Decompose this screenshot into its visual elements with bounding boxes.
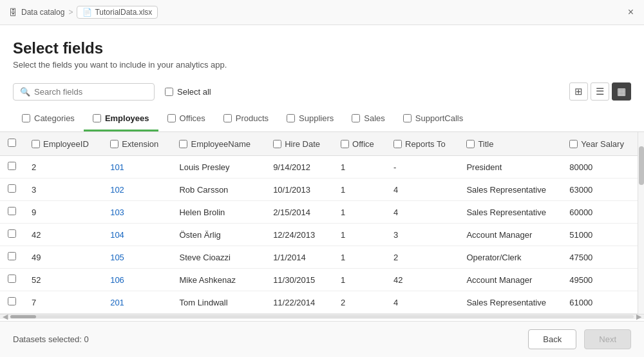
cell-office: 1 [333, 246, 386, 269]
tab-supportcalls[interactable]: SupportCalls [394, 107, 472, 131]
cell-hiredate: 9/14/2012 [265, 156, 333, 179]
tab-sales-label: Sales [364, 113, 385, 123]
horizontal-scrollbar[interactable]: ◀ ▶ [0, 314, 644, 319]
tabs: Categories Employees Offices Products Su… [0, 107, 644, 132]
row-checkbox[interactable] [8, 252, 16, 260]
datasets-selected-info: Datasets selected: 0 [13, 334, 89, 344]
tab-offices[interactable]: Offices [158, 107, 214, 131]
row-checkbox[interactable] [8, 275, 16, 283]
next-button[interactable]: Next [584, 329, 631, 349]
tab-products-checkbox[interactable] [223, 114, 232, 122]
col-reportsto-checkbox[interactable] [393, 140, 402, 148]
cell-extension[interactable]: 103 [102, 201, 171, 224]
col-header-yearsalary[interactable]: Year Salary [562, 132, 638, 156]
cell-extension[interactable]: 104 [102, 224, 171, 246]
tab-supportcalls-label: SupportCalls [415, 113, 463, 123]
select-all-label[interactable]: Select all [177, 87, 211, 97]
tab-offices-checkbox[interactable] [167, 114, 176, 122]
tab-sales-checkbox[interactable] [352, 114, 360, 122]
toolbar: 🔍 Select all ⊞ ☰ ▦ [0, 76, 644, 107]
breadcrumb-home[interactable]: Data catalog [21, 8, 64, 17]
cell-yearsalary: 51000 [562, 224, 638, 246]
cell-employeeid: 2 [24, 156, 102, 179]
table-view-button[interactable]: ▦ [612, 82, 631, 101]
tab-employees-checkbox[interactable] [93, 114, 101, 122]
col-employeeid-checkbox[interactable] [32, 140, 40, 148]
file-chip[interactable]: 📄 TutorialData.xlsx [77, 6, 158, 19]
search-box[interactable]: 🔍 [13, 83, 155, 101]
col-header-hiredate[interactable]: Hire Date [265, 132, 333, 156]
table-row: 2 101 Louis Presley 9/14/2012 1 - Presid… [0, 156, 638, 179]
col-header-employeename[interactable]: EmployeeName [171, 132, 265, 156]
row-checkbox[interactable] [8, 162, 16, 170]
col-select-all[interactable] [8, 139, 16, 147]
cell-title: Account Manager [459, 224, 562, 246]
grid-view-button[interactable]: ⊞ [569, 82, 588, 101]
row-checkbox-cell [0, 246, 24, 269]
scroll-track [10, 315, 634, 318]
col-title-checkbox[interactable] [466, 140, 475, 148]
page-subtitle: Select the fields you want to include in… [13, 60, 631, 70]
table-container: EmployeeID Extension EmployeeName Hire D… [0, 132, 644, 314]
col-employeename-checkbox[interactable] [179, 140, 187, 148]
vertical-scrollbar[interactable] [638, 132, 644, 314]
col-office-checkbox[interactable] [341, 140, 349, 148]
page-title: Select fields [13, 39, 631, 57]
cell-extension[interactable]: 201 [102, 291, 171, 314]
scrollbar-thumb[interactable] [639, 146, 644, 185]
footer: Datasets selected: 0 Back Next [0, 321, 644, 357]
row-checkbox[interactable] [8, 297, 16, 305]
tab-suppliers-checkbox[interactable] [287, 114, 295, 122]
row-checkbox-cell [0, 179, 24, 201]
select-all-checkbox[interactable] [165, 88, 173, 96]
cell-extension[interactable]: 102 [102, 179, 171, 201]
back-button[interactable]: Back [528, 329, 576, 349]
col-header-employeeid[interactable]: EmployeeID [24, 132, 102, 156]
col-header-title[interactable]: Title [459, 132, 562, 156]
list-view-button[interactable]: ☰ [591, 82, 609, 101]
col-hiredate-checkbox[interactable] [273, 140, 281, 148]
row-checkbox[interactable] [8, 207, 16, 215]
cell-employeename: Mike Ashkenaz [171, 269, 265, 291]
search-input[interactable] [34, 87, 147, 97]
cell-extension[interactable]: 105 [102, 246, 171, 269]
tab-suppliers-label: Suppliers [299, 113, 334, 123]
table-wrap[interactable]: EmployeeID Extension EmployeeName Hire D… [0, 132, 638, 314]
close-button[interactable]: × [627, 5, 635, 19]
cell-title: Sales Representative [459, 179, 562, 201]
scroll-thumb[interactable] [10, 315, 36, 318]
tab-employees[interactable]: Employees [84, 107, 158, 131]
cell-hiredate: 1/1/2014 [265, 246, 333, 269]
tab-supportcalls-checkbox[interactable] [403, 114, 412, 122]
data-table: EmployeeID Extension EmployeeName Hire D… [0, 132, 638, 314]
cell-employeename: Östen Ärlig [171, 224, 265, 246]
row-checkbox-cell [0, 201, 24, 224]
tab-categories[interactable]: Categories [13, 107, 84, 131]
tab-sales[interactable]: Sales [343, 107, 394, 131]
file-icon: 📄 [82, 8, 92, 17]
cell-extension[interactable]: 101 [102, 156, 171, 179]
table-row: 9 103 Helen Brolin 2/15/2014 1 4 Sales R… [0, 201, 638, 224]
cell-employeeid: 7 [24, 291, 102, 314]
row-checkbox[interactable] [8, 229, 16, 238]
tab-categories-checkbox[interactable] [22, 114, 30, 122]
row-checkbox-cell [0, 291, 24, 314]
col-header-office[interactable]: Office [333, 132, 386, 156]
cell-reportsto: 42 [386, 269, 459, 291]
cell-reportsto: 3 [386, 224, 459, 246]
row-checkbox-cell [0, 156, 24, 179]
cell-employeeid: 9 [24, 201, 102, 224]
table-row: 7 201 Tom Lindwall 11/22/2014 2 4 Sales … [0, 291, 638, 314]
cell-yearsalary: 61000 [562, 291, 638, 314]
row-checkbox[interactable] [8, 184, 16, 193]
tab-products[interactable]: Products [214, 107, 278, 131]
cell-office: 1 [333, 269, 386, 291]
col-extension-checkbox[interactable] [110, 140, 118, 148]
col-header-extension[interactable]: Extension [102, 132, 171, 156]
cell-extension[interactable]: 106 [102, 269, 171, 291]
cell-yearsalary: 47500 [562, 246, 638, 269]
col-header-reportsto[interactable]: Reports To [386, 132, 459, 156]
col-yearsalary-checkbox[interactable] [569, 140, 578, 148]
view-icons: ⊞ ☰ ▦ [569, 82, 631, 101]
tab-suppliers[interactable]: Suppliers [278, 107, 343, 131]
